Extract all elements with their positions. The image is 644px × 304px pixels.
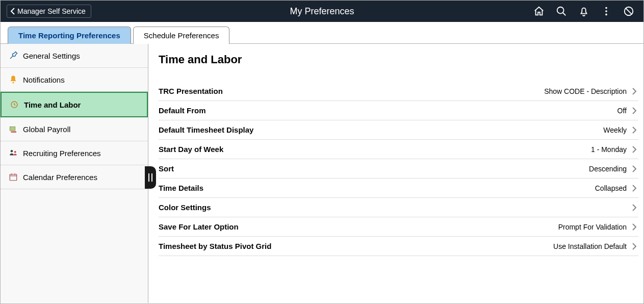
pref-value: 1 - Monday <box>591 145 636 154</box>
people-icon <box>9 148 18 158</box>
svg-line-1 <box>563 13 566 16</box>
pref-value-text: 1 - Monday <box>591 145 627 154</box>
chevron-right-icon <box>632 185 636 192</box>
back-label: Manager Self Service <box>17 7 86 15</box>
chevron-right-icon <box>632 126 636 134</box>
sidebar-item-label: Global Payroll <box>23 125 70 134</box>
svg-line-6 <box>626 8 632 15</box>
svg-rect-14 <box>10 174 17 181</box>
wrench-icon <box>9 51 18 60</box>
chevron-right-icon <box>632 243 636 250</box>
pref-value <box>627 204 636 211</box>
pref-label: TRC Presentation <box>159 87 223 95</box>
pref-row-timesheet-by-status-pivot-grid[interactable]: Timesheet by Status Pivot Grid Use Insta… <box>159 237 638 256</box>
pref-value-text: Off <box>617 107 627 115</box>
pref-value: Descending <box>589 165 636 173</box>
search-icon[interactable] <box>556 6 567 17</box>
pref-row-start-day-of-week[interactable]: Start Day of Week 1 - Monday <box>159 140 638 159</box>
pref-value: Weekly <box>603 126 636 134</box>
bell-icon <box>9 75 18 84</box>
page-title: My Preferences <box>290 6 354 17</box>
chevron-right-icon <box>632 146 636 153</box>
pref-value: Use Installation Default <box>553 242 636 250</box>
svg-point-13 <box>14 151 16 153</box>
svg-point-0 <box>557 7 564 14</box>
chevron-right-icon <box>632 223 636 231</box>
chevron-right-icon <box>632 88 636 95</box>
pref-row-default-timesheet-display[interactable]: Default Timesheet Display Weekly <box>159 120 638 140</box>
pref-row-save-for-later-option[interactable]: Save For Later Option Prompt For Validat… <box>159 217 638 237</box>
pref-value-text: Show CODE - Description <box>544 87 627 95</box>
pref-label: Save For Later Option <box>159 222 239 231</box>
sidebar-item-notifications[interactable]: Notifications <box>1 68 148 92</box>
back-button[interactable]: Manager Self Service <box>7 5 91 18</box>
pref-label: Timesheet by Status Pivot Grid <box>159 242 271 250</box>
pref-value: Prompt For Validation <box>558 223 636 231</box>
pref-value-text: Weekly <box>603 126 627 134</box>
pref-value-text: Descending <box>589 165 627 173</box>
pref-row-sort[interactable]: Sort Descending <box>159 159 638 179</box>
pref-row-color-settings[interactable]: Color Settings <box>159 198 638 217</box>
tab-schedule-preferences[interactable]: Schedule Preferences <box>133 27 230 44</box>
pref-value-text: Use Installation Default <box>553 242 627 250</box>
sidebar-item-calendar-preferences[interactable]: Calendar Preferences <box>1 165 148 189</box>
clock-icon <box>10 100 19 109</box>
sidebar-item-global-payroll[interactable]: Global Payroll <box>1 117 148 141</box>
svg-line-7 <box>10 56 13 59</box>
svg-rect-11 <box>11 132 17 133</box>
chevron-left-icon <box>10 8 15 15</box>
pref-label: Start Day of Week <box>159 145 223 154</box>
pref-label: Color Settings <box>159 203 211 212</box>
pref-value: Collapsed <box>595 184 636 192</box>
sidebar-item-label: Calendar Preferences <box>23 173 97 182</box>
pref-row-default-from[interactable]: Default From Off <box>159 101 638 120</box>
pref-value: Show CODE - Description <box>544 87 636 95</box>
nav-icon[interactable] <box>623 6 634 17</box>
pref-label: Default From <box>159 106 206 115</box>
svg-point-8 <box>13 82 14 84</box>
pref-label: Default Timesheet Display <box>159 125 253 134</box>
chevron-right-icon <box>632 204 636 211</box>
svg-point-2 <box>605 7 607 9</box>
pref-row-time-details[interactable]: Time Details Collapsed <box>159 179 638 198</box>
sidebar-item-time-and-labor[interactable]: Time and Labor <box>1 92 148 117</box>
sidebar-item-general-settings[interactable]: General Settings <box>1 44 148 68</box>
svg-point-3 <box>605 10 607 12</box>
pref-label: Time Details <box>159 184 203 192</box>
chevron-right-icon <box>632 165 636 172</box>
actions-menu-icon[interactable] <box>601 6 612 17</box>
sidebar-item-label: General Settings <box>23 52 80 60</box>
pref-value: Off <box>617 107 636 115</box>
pref-label: Sort <box>159 164 174 173</box>
sidebar-item-label: Time and Labor <box>24 100 81 109</box>
sidebar: General Settings Notifications Time and … <box>1 44 148 303</box>
sidebar-item-label: Recruiting Preferences <box>23 149 101 158</box>
notifications-icon[interactable] <box>578 6 589 17</box>
grip-icon <box>148 173 152 182</box>
svg-rect-10 <box>10 127 15 131</box>
home-icon[interactable] <box>533 6 545 17</box>
chevron-right-icon <box>632 107 636 114</box>
content-body: General Settings Notifications Time and … <box>1 44 643 303</box>
svg-point-12 <box>11 150 13 153</box>
pref-value-text: Collapsed <box>595 184 627 192</box>
main-panel: Time and Labor TRC Presentation Show COD… <box>148 44 643 303</box>
sidebar-item-label: Notifications <box>23 75 65 84</box>
payroll-icon <box>9 124 18 134</box>
calendar-icon <box>9 172 18 182</box>
app-header: Manager Self Service My Preferences <box>1 1 643 22</box>
sidebar-item-recruiting-preferences[interactable]: Recruiting Preferences <box>1 141 148 165</box>
pref-row-trc-presentation[interactable]: TRC Presentation Show CODE - Description <box>159 82 638 101</box>
section-title: Time and Labor <box>159 53 638 66</box>
tab-time-reporting-preferences[interactable]: Time Reporting Preferences <box>8 27 131 44</box>
pref-value-text: Prompt For Validation <box>558 223 627 231</box>
svg-point-4 <box>605 14 607 16</box>
header-actions <box>533 6 637 17</box>
tab-bar: Time Reporting Preferences Schedule Pref… <box>1 22 643 44</box>
sidebar-collapse-handle[interactable] <box>145 166 156 189</box>
